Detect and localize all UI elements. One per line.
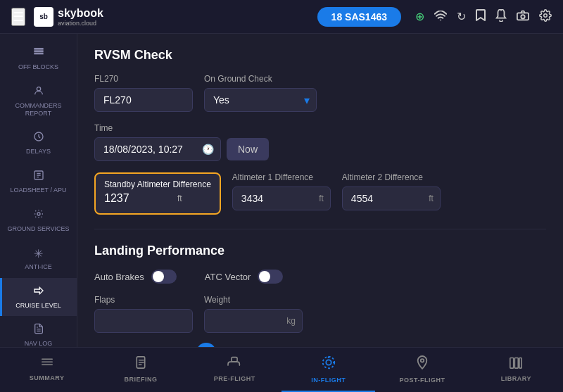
now-button[interactable]: Now bbox=[227, 138, 269, 160]
anti-ice-icon: ✳ bbox=[34, 247, 43, 260]
auto-brakes-knob bbox=[153, 271, 164, 282]
nav-item-briefing[interactable]: BRIEFING bbox=[94, 348, 187, 392]
nav-item-library[interactable]: LIBRARY bbox=[469, 348, 563, 392]
sidebar-item-nav-log[interactable]: NAV LOG bbox=[0, 316, 77, 347]
active-indicator bbox=[0, 278, 2, 317]
alt1-input-wrapper: ft bbox=[232, 186, 331, 210]
landing-title: Landing Performance bbox=[94, 244, 546, 258]
svg-point-23 bbox=[421, 359, 424, 362]
sidebar-label-off-blocks: OFF BLOCKS bbox=[18, 63, 58, 71]
on-ground-select[interactable]: Yes No bbox=[204, 88, 317, 112]
weight-input-wrapper: kg bbox=[204, 309, 303, 333]
in-flight-icon bbox=[321, 355, 336, 374]
standby-input-wrapper: ft bbox=[104, 189, 211, 208]
weight-group: Weight kg bbox=[204, 295, 303, 333]
svg-rect-6 bbox=[34, 53, 43, 53]
bookmark-icon[interactable] bbox=[476, 9, 486, 25]
sidebar-item-cruise-level[interactable]: CRUISE LEVEL bbox=[0, 278, 77, 317]
rvsm-row-1: FL270 On Ground Check Yes No ▾ bbox=[94, 74, 546, 112]
loadsheet-icon bbox=[33, 170, 44, 184]
sidebar-item-anti-ice[interactable]: ✳ ANTI-ICE bbox=[0, 240, 77, 278]
off-blocks-icon bbox=[33, 46, 44, 61]
nav-item-in-flight[interactable]: IN-FLIGHT bbox=[282, 348, 375, 392]
svg-point-21 bbox=[327, 356, 329, 358]
svg-point-10 bbox=[37, 213, 40, 215]
logo-text-group: skybook aviation.cloud bbox=[58, 7, 103, 27]
toggle-row: Auto Brakes ATC Vector bbox=[94, 270, 546, 284]
logo-text: skybook bbox=[58, 7, 103, 20]
svg-point-2 bbox=[521, 15, 524, 18]
library-icon bbox=[509, 356, 523, 372]
clock-icon: 🕐 bbox=[202, 144, 214, 155]
auto-brakes-toggle-item: Auto Brakes bbox=[94, 270, 177, 284]
auto-brakes-toggle[interactable] bbox=[151, 270, 177, 284]
sidebar-label-nav-log: NAV LOG bbox=[25, 340, 52, 347]
sidebar-item-loadsheet-apu[interactable]: LOADSHEET / APU bbox=[0, 163, 77, 201]
signal-icon[interactable]: ⊕ bbox=[415, 10, 424, 23]
flaps-label: Flaps bbox=[94, 295, 193, 305]
post-flight-icon bbox=[416, 355, 429, 374]
nav-log-icon bbox=[33, 323, 44, 337]
svg-point-19 bbox=[326, 360, 331, 365]
sidebar-item-delays[interactable]: DELAYS bbox=[0, 124, 77, 163]
svg-rect-5 bbox=[34, 51, 43, 51]
sidebar-label-commanders-report: COMMANDERS REPORT bbox=[4, 102, 72, 118]
time-wrapper: 🕐 bbox=[94, 137, 221, 161]
landing-row-flaps-weight: Flaps Weight kg bbox=[94, 295, 546, 333]
delays-icon bbox=[33, 131, 44, 145]
sidebar-item-ground-services[interactable]: GROUND SERVICES bbox=[0, 201, 77, 240]
alt2-input-wrapper: ft bbox=[342, 186, 441, 210]
content-area: RVSM Check FL270 On Ground Check Yes No … bbox=[77, 34, 563, 347]
weight-label: Weight bbox=[204, 295, 303, 305]
flaps-group: Flaps bbox=[94, 295, 193, 333]
sidebar-item-commanders-report[interactable]: COMMANDERS REPORT bbox=[0, 78, 77, 125]
header-icons: ⊕ ↻ bbox=[415, 9, 552, 25]
flaps-input[interactable] bbox=[94, 309, 193, 333]
alt1-input[interactable] bbox=[232, 186, 331, 210]
standby-input[interactable] bbox=[104, 189, 175, 208]
alt1-unit: ft bbox=[319, 194, 324, 203]
bottom-nav: SUMMARY BRIEFING PRE-FLIGHT IN-FLIGHT bbox=[0, 347, 563, 392]
alt2-unit: ft bbox=[429, 194, 434, 203]
standby-unit: ft bbox=[177, 194, 182, 203]
header: ☰ sb skybook aviation.cloud 18 SAS1463 ⊕… bbox=[0, 0, 563, 34]
atc-vector-knob bbox=[259, 271, 270, 282]
nav-item-post-flight[interactable]: POST-FLIGHT bbox=[375, 348, 469, 392]
settings-icon[interactable] bbox=[539, 9, 552, 25]
nav-label-library: LIBRARY bbox=[501, 375, 531, 382]
nav-item-pre-flight[interactable]: PRE-FLIGHT bbox=[188, 348, 282, 392]
nav-item-summary[interactable]: SUMMARY bbox=[0, 348, 94, 392]
alt2-input[interactable] bbox=[342, 186, 441, 210]
hamburger-button[interactable]: ☰ bbox=[11, 8, 25, 26]
sidebar-item-off-blocks[interactable]: OFF BLOCKS bbox=[0, 39, 77, 78]
sync-icon[interactable]: ↻ bbox=[457, 10, 466, 23]
logo-icon: sb bbox=[34, 7, 53, 27]
time-group: Time 🕐 Now bbox=[94, 123, 269, 161]
section-divider bbox=[94, 229, 546, 229]
wifi-icon[interactable] bbox=[434, 11, 447, 23]
weight-unit: kg bbox=[286, 316, 296, 326]
auto-brakes-label: Auto Brakes bbox=[94, 272, 144, 282]
ground-services-icon bbox=[33, 208, 44, 222]
svg-point-22 bbox=[333, 362, 335, 364]
rvsm-row-time: Time 🕐 Now bbox=[94, 123, 546, 161]
fl-group: FL270 bbox=[94, 74, 193, 112]
bell-icon[interactable] bbox=[495, 9, 507, 25]
flight-badge[interactable]: 18 SAS1463 bbox=[317, 7, 401, 27]
logo-sub: aviation.cloud bbox=[58, 20, 103, 27]
nav-label-summary: SUMMARY bbox=[30, 374, 65, 381]
atc-vector-toggle-item: ATC Vector bbox=[205, 270, 284, 284]
rvsm-title: RVSM Check bbox=[94, 48, 546, 63]
atc-vector-toggle[interactable] bbox=[258, 270, 283, 284]
camera-icon[interactable] bbox=[517, 10, 529, 24]
nav-label-pre-flight: PRE-FLIGHT bbox=[214, 375, 255, 382]
svg-rect-26 bbox=[519, 358, 521, 368]
sidebar-label-cruise-level: CRUISE LEVEL bbox=[15, 302, 61, 310]
svg-rect-25 bbox=[515, 358, 519, 368]
fl-input[interactable] bbox=[94, 88, 193, 112]
summary-icon bbox=[40, 357, 54, 372]
on-ground-group: On Ground Check Yes No ▾ bbox=[204, 74, 317, 112]
sidebar: OFF BLOCKS COMMANDERS REPORT DELAYS LOAD… bbox=[0, 34, 77, 347]
svg-rect-4 bbox=[34, 49, 43, 49]
pre-flight-icon bbox=[227, 356, 241, 372]
